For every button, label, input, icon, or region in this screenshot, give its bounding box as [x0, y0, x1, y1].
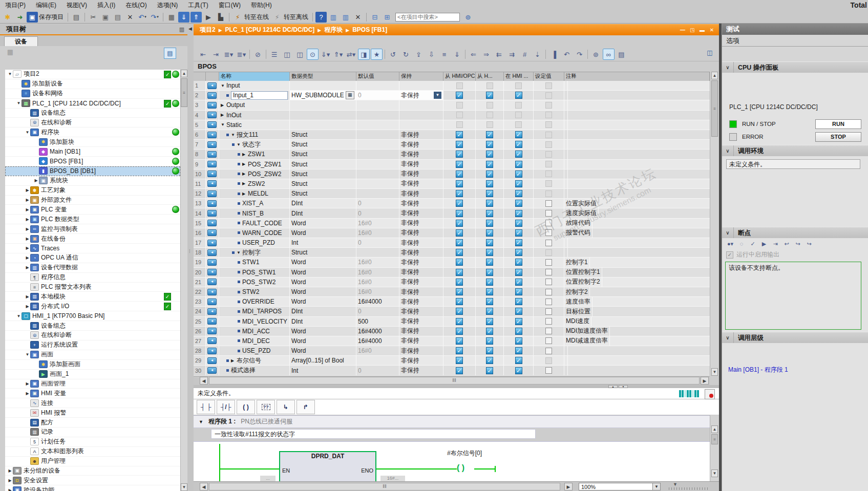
start-simulation-icon[interactable]: ▥ [328, 12, 339, 23]
retain-cell[interactable]: 非保持 [399, 277, 443, 287]
setpoint-checkbox[interactable] [545, 200, 552, 207]
minimize-icon[interactable]: ― [679, 27, 687, 33]
default-value-cell[interactable]: 16#4000 [356, 297, 399, 306]
type-cell[interactable]: Struct [290, 140, 356, 149]
type-cell[interactable]: Array[0..15] of Bool [290, 356, 356, 365]
comment-cell[interactable] [564, 238, 568, 247]
step-icon[interactable]: ⇥ [770, 239, 780, 248]
tree-item-HMI 报警[interactable]: ✉HMI 报警 [5, 408, 180, 418]
go-online-icon[interactable]: ⚡ [232, 12, 243, 23]
keep-actual-values-icon[interactable]: ≡ [438, 49, 450, 60]
name-cell[interactable]: ▼Static [219, 120, 290, 130]
table-scroll-up-icon[interactable]: ▲ [711, 72, 718, 79]
row-expander-icon[interactable]: ▶ [221, 103, 226, 108]
close-icon[interactable]: ✕ [708, 27, 716, 33]
tree-item-画面[interactable]: ▼▣画面 [5, 350, 180, 360]
name-cell[interactable]: MDI_TARPOS [219, 307, 290, 316]
network-expander-icon[interactable]: ▼ [199, 419, 203, 424]
setpoint-checkbox[interactable] [545, 308, 552, 315]
section-breakpoints[interactable]: ∨ 断点 [722, 227, 868, 239]
type-cell[interactable]: Word [290, 336, 356, 346]
tree-item-设备组态[interactable]: ▥设备组态 [5, 109, 180, 118]
tree-item-在线和诊断[interactable]: ⊚在线和诊断 [5, 118, 180, 127]
expander-icon[interactable]: ▶ [33, 178, 39, 183]
default-value-cell[interactable]: 16#0 [356, 228, 399, 238]
table-row-2[interactable]: 2◂Input_1HW_SUBMODULE▦0非保持▼✓✓✓ [194, 91, 710, 100]
split-editor-vertical-icon[interactable]: ⊞ [382, 12, 393, 23]
row-expander-icon[interactable]: ▶ [242, 162, 248, 166]
tree-scrollbar[interactable]: ▲ ≡ ▼ [180, 70, 188, 491]
tree-item-在线和诊断[interactable]: ⊚在线和诊断 [5, 331, 180, 340]
expander-icon[interactable]: ▶ [25, 294, 30, 299]
default-value-cell[interactable]: 16#0 [356, 258, 399, 267]
tree-item-连接[interactable]: ∿连接 [5, 398, 180, 408]
type-cell[interactable] [290, 81, 356, 90]
type-browse-icon[interactable]: ▦ [346, 91, 354, 99]
default-value-cell[interactable]: 0 [356, 307, 399, 316]
table-row-14[interactable]: 14◂NIST_BDInt0非保持✓✓✓速度实际值 [194, 208, 710, 218]
from-hmi-checkbox[interactable]: ✓ [486, 308, 493, 315]
default-value-cell[interactable]: 0 [356, 91, 399, 100]
download-values-icon[interactable]: ⇩ [426, 49, 437, 60]
in-hmi-checkbox[interactable]: ✓ [515, 190, 522, 197]
comment-cell[interactable]: 速度实际值 [564, 208, 599, 218]
data-block-icon[interactable]: ▤ [616, 49, 627, 60]
column-header-1[interactable]: 数据类型 [290, 72, 356, 81]
hmi-opc-checkbox[interactable]: ✓ [456, 141, 463, 148]
from-hmi-checkbox[interactable]: ✓ [486, 151, 493, 158]
retain-cell[interactable]: 非保持 [399, 179, 443, 188]
indent-icon[interactable]: ⇉ [506, 49, 518, 60]
in-hmi-checkbox[interactable]: ✓ [515, 239, 522, 246]
tree-item-用户管理[interactable]: ☻用户管理 [5, 457, 180, 466]
from-hmi-checkbox[interactable]: ✓ [486, 161, 493, 168]
monitor-all-icon[interactable]: ∞ [603, 49, 615, 60]
row-expander-icon[interactable]: ▶ [242, 191, 248, 196]
download-to-device-icon[interactable]: ⇓ [178, 12, 189, 23]
column-header-7[interactable]: 设定值 [534, 72, 564, 81]
comment-cell[interactable]: 故障代码 [564, 219, 592, 228]
comment-cell[interactable] [564, 111, 568, 120]
tree-item-配方[interactable]: ▤配方 [5, 418, 180, 428]
from-hmi-checkbox[interactable]: ✓ [486, 328, 493, 335]
retain-cell[interactable]: 非保持▼ [399, 91, 443, 100]
in-hmi-checkbox[interactable]: ✓ [515, 249, 522, 256]
from-hmi-checkbox[interactable]: ✓ [486, 92, 493, 99]
table-row-1[interactable]: 1◂▼Input [194, 81, 710, 91]
comment-icon[interactable]: ⊙ [307, 49, 319, 60]
table-row-29[interactable]: 29◂▶布尔信号Array[0..15] of Bool非保持✓✓✓ [194, 356, 710, 366]
from-hmi-checkbox[interactable]: ✓ [486, 367, 493, 374]
type-cell[interactable]: Struct [290, 248, 356, 257]
column-header-5[interactable]: 从 H... [476, 72, 504, 81]
upload-from-device-icon[interactable]: ⇑ [190, 12, 202, 23]
tree-item-Main [OB1][interactable]: ◆Main [OB1] [5, 147, 180, 157]
open-project-icon[interactable]: ➜ [14, 12, 26, 23]
expanded-mode-icon[interactable]: ◨ [358, 49, 370, 60]
table-row-17[interactable]: 17◂USER_PZDInt0非保持✓✓✓ [194, 238, 710, 248]
setpoint-checkbox[interactable] [545, 348, 552, 354]
row-expander-icon[interactable]: ▼ [231, 133, 237, 137]
upload-values-icon[interactable]: ⇪ [413, 49, 425, 60]
table-row-13[interactable]: 13◂XIST_ADInt0非保持✓✓✓位置实际值 [194, 199, 710, 208]
in-hmi-checkbox[interactable]: ✓ [515, 200, 522, 207]
program-scroll-down-icon[interactable]: ▼ [711, 469, 718, 477]
tree-item-外部源文件[interactable]: ▶▣外部源文件 [5, 196, 180, 205]
from-hmi-checkbox[interactable]: ✓ [486, 141, 493, 148]
name-cell[interactable]: ▼控制字 [219, 248, 290, 257]
table-scroll-handle[interactable]: ≡ [711, 80, 718, 137]
ladder-scroll-right-icon[interactable]: ▶ [564, 483, 573, 490]
column-header-3[interactable]: 保持 [399, 72, 443, 81]
toggle-breakpoint-icon[interactable]: ●▾ [725, 239, 735, 248]
zoom-slider[interactable]: ▼ [669, 483, 708, 490]
name-cell[interactable]: MDI_ACC [219, 327, 290, 336]
retain-cell[interactable]: 非保持 [399, 160, 443, 169]
default-value-cell[interactable] [356, 140, 399, 149]
program-scroll-handle[interactable]: ≡ [711, 434, 718, 444]
name-cell[interactable]: USE_PZD [219, 346, 290, 355]
expander-icon[interactable]: ▶ [7, 468, 13, 473]
comment-cell[interactable] [564, 100, 568, 110]
from-hmi-checkbox[interactable]: ✓ [486, 190, 493, 197]
chevron-down-icon[interactable]: ∨ [722, 62, 734, 73]
comment-cell[interactable] [564, 120, 568, 130]
tree-item-文本和图形列表[interactable]: A文本和图形列表 [5, 447, 180, 457]
default-value-cell[interactable] [356, 189, 399, 198]
